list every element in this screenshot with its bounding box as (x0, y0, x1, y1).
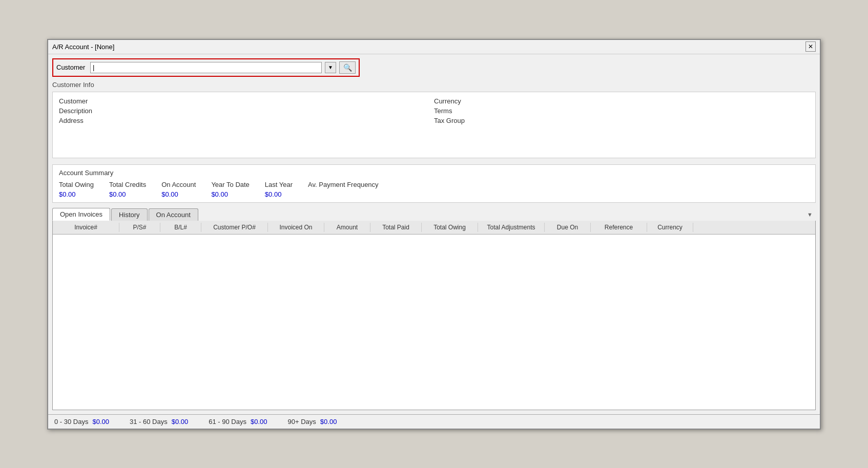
col-header-amount: Amount (324, 223, 370, 232)
col-header-customer-po: Customer P/O# (201, 223, 268, 232)
summary-label-last-year: Last Year (265, 181, 293, 188)
summary-value-total-credits: $0.00 (109, 190, 146, 198)
account-summary-section: Account Summary Total Owing $0.00 Total … (52, 164, 816, 203)
info-label-currency: Currency (434, 97, 485, 105)
tab-history[interactable]: History (111, 208, 147, 221)
tab-on-account[interactable]: On Account (149, 208, 198, 221)
tab-dropdown-arrow[interactable]: ▼ (804, 209, 816, 220)
info-row-description: Description (59, 106, 434, 116)
customer-info-left: Customer Description Address (59, 96, 434, 154)
summary-value-on-account: $0.00 (161, 190, 196, 198)
info-label-customer: Customer (59, 97, 110, 105)
summary-col-on-account: On Account $0.00 (161, 181, 196, 198)
tab-open-invoices[interactable]: Open Invoices (52, 208, 110, 221)
info-label-description: Description (59, 107, 110, 115)
summary-value-total-owing: $0.00 (59, 190, 94, 198)
table-body (53, 235, 815, 409)
footer-value-0-30: $0.00 (92, 418, 109, 426)
footer-label-0-30: 0 - 30 Days (54, 418, 88, 426)
summary-col-year-to-date: Year To Date $0.00 (211, 181, 249, 198)
customer-info-section: Customer Info Customer Description Addre… (52, 81, 816, 158)
footer-item-0-30: 0 - 30 Days $0.00 (54, 418, 109, 426)
summary-label-total-credits: Total Credits (109, 181, 146, 188)
window-title: A/R Account - [None] (52, 43, 114, 51)
invoice-table: Invoice# P/S# B/L# Customer P/O# Invoice… (52, 221, 816, 410)
col-header-total-adjustments: Total Adjustments (478, 223, 545, 232)
col-header-bl: B/L# (160, 223, 201, 232)
col-header-due-on: Due On (545, 223, 591, 232)
col-header-reference: Reference (591, 223, 647, 232)
customer-search-button[interactable]: 🔍 (339, 61, 356, 74)
info-row-customer: Customer (59, 96, 434, 106)
table-header-row: Invoice# P/S# B/L# Customer P/O# Invoice… (53, 221, 815, 235)
summary-col-payment-freq: Av. Payment Frequency (308, 181, 379, 198)
footer-value-61-90: $0.00 (251, 418, 267, 426)
footer-item-90plus: 90+ Days $0.00 (288, 418, 337, 426)
customer-info-label: Customer Info (52, 81, 816, 89)
binoculars-icon: 🔍 (343, 63, 352, 72)
summary-col-total-owing: Total Owing $0.00 (59, 181, 94, 198)
info-label-taxgroup: Tax Group (434, 117, 485, 124)
info-label-terms: Terms (434, 107, 485, 115)
title-bar: A/R Account - [None] ✕ (48, 40, 820, 54)
main-window: A/R Account - [None] ✕ Customer ▼ 🔍 Cust… (47, 39, 821, 430)
info-row-taxgroup: Tax Group (434, 116, 809, 125)
info-label-address: Address (59, 117, 110, 124)
footer-value-90plus: $0.00 (320, 418, 337, 426)
customer-input[interactable] (90, 62, 322, 73)
summary-label-on-account: On Account (161, 181, 196, 188)
summary-columns: Total Owing $0.00 Total Credits $0.00 On… (59, 181, 809, 198)
footer-label-90plus: 90+ Days (288, 418, 316, 426)
customer-info-right: Currency Terms Tax Group (434, 96, 809, 154)
window-content: Customer ▼ 🔍 Customer Info Customer Desc… (48, 54, 820, 414)
summary-label-total-owing: Total Owing (59, 181, 94, 188)
col-header-ps: P/S# (119, 223, 160, 232)
footer-value-31-60: $0.00 (172, 418, 189, 426)
col-header-invoice: Invoice# (53, 223, 119, 232)
summary-label-payment-freq: Av. Payment Frequency (308, 181, 379, 188)
summary-value-last-year: $0.00 (265, 190, 293, 198)
tab-bar: Open Invoices History On Account ▼ (52, 208, 816, 221)
info-row-address: Address (59, 116, 434, 125)
summary-value-year-to-date: $0.00 (211, 190, 249, 198)
col-header-extra (693, 223, 724, 232)
footer-item-61-90: 61 - 90 Days $0.00 (209, 418, 267, 426)
col-header-currency: Currency (647, 223, 693, 232)
footer-label-61-90: 61 - 90 Days (209, 418, 246, 426)
customer-info-grid: Customer Description Address Currency (52, 92, 816, 158)
info-row-terms: Terms (434, 106, 809, 116)
customer-selector-box: Customer ▼ 🔍 (52, 58, 360, 77)
customer-dropdown-button[interactable]: ▼ (325, 62, 336, 73)
close-button[interactable]: ✕ (805, 41, 816, 52)
summary-col-total-credits: Total Credits $0.00 (109, 181, 146, 198)
customer-field-label: Customer (56, 63, 87, 71)
footer-label-31-60: 31 - 60 Days (130, 418, 168, 426)
info-row-currency: Currency (434, 96, 809, 106)
tabs-and-table: Open Invoices History On Account ▼ Invoi… (52, 208, 816, 410)
footer-bar: 0 - 30 Days $0.00 31 - 60 Days $0.00 61 … (48, 414, 820, 429)
col-header-invoiced-on: Invoiced On (268, 223, 324, 232)
footer-item-31-60: 31 - 60 Days $0.00 (130, 418, 188, 426)
col-header-total-owing: Total Owing (422, 223, 478, 232)
col-header-total-paid: Total Paid (370, 223, 422, 232)
summary-col-last-year: Last Year $0.00 (265, 181, 293, 198)
summary-label-year-to-date: Year To Date (211, 181, 249, 188)
account-summary-label: Account Summary (59, 169, 809, 177)
